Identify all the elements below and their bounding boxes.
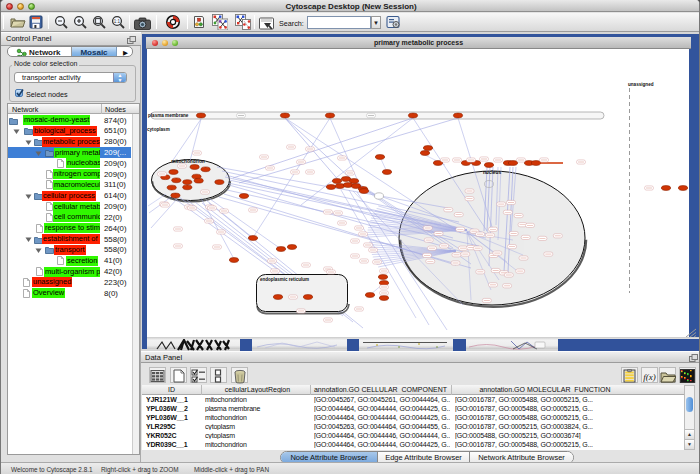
svg-text:cytoplasm: cytoplasm <box>147 127 170 132</box>
svg-text:nucleus: nucleus <box>483 170 501 175</box>
svg-text:1:1: 1:1 <box>114 19 121 24</box>
svg-text:plasma membrane: plasma membrane <box>148 113 189 118</box>
svg-text:endoplasmic reticulum: endoplasmic reticulum <box>260 277 309 282</box>
svg-text:unassigned: unassigned <box>628 82 654 87</box>
svg-text:mitochondrion: mitochondrion <box>171 159 205 164</box>
svg-text:f(x): f(x) <box>643 372 656 382</box>
